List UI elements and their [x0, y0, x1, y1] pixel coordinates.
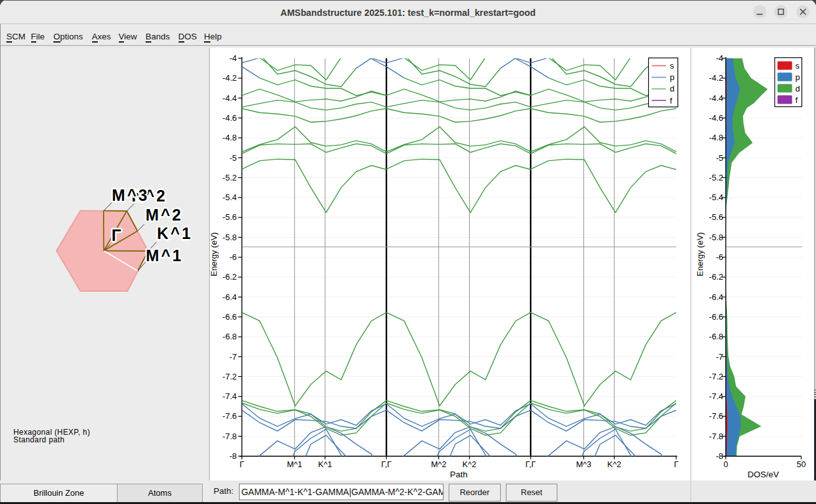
svg-text:-6: -6 [716, 252, 723, 262]
svg-text:-6.6: -6.6 [222, 312, 236, 322]
svg-text:p: p [670, 72, 674, 82]
svg-text:-6.2: -6.2 [222, 272, 236, 282]
svg-text:-6.4: -6.4 [709, 292, 723, 302]
svg-text:f: f [670, 96, 672, 106]
svg-text:d: d [796, 84, 800, 93]
svg-text:-6.8: -6.8 [222, 332, 236, 341]
svg-text:-4.6: -4.6 [709, 113, 723, 123]
svg-text:-5: -5 [229, 153, 237, 163]
svg-text:Standard path: Standard path [13, 435, 65, 444]
svg-text:-5.6: -5.6 [222, 212, 236, 222]
svg-text:-6: -6 [229, 252, 237, 262]
svg-text:DOS/eV: DOS/eV [747, 470, 779, 479]
svg-text:-7.6: -7.6 [222, 411, 236, 421]
svg-text:M^1: M^1 [146, 247, 184, 264]
svg-text:-4.4: -4.4 [709, 93, 723, 103]
svg-text:f: f [796, 95, 798, 105]
svg-text:-5.4: -5.4 [222, 193, 236, 202]
svg-text:-5.2: -5.2 [222, 173, 236, 182]
svg-text:M^2: M^2 [431, 460, 446, 469]
svg-text:-7.4: -7.4 [709, 392, 723, 401]
svg-text:-4.2: -4.2 [709, 73, 723, 83]
svg-text:-8: -8 [716, 451, 723, 461]
svg-text:-4: -4 [229, 53, 237, 63]
svg-text:0: 0 [723, 460, 728, 469]
svg-text:-5.8: -5.8 [709, 233, 723, 242]
svg-text:p: p [796, 72, 800, 82]
svg-text:-5: -5 [716, 153, 723, 163]
svg-text:d: d [670, 84, 674, 93]
svg-text:M^3: M^3 [112, 186, 149, 204]
svg-text:Γ: Γ [674, 460, 678, 469]
svg-text:-6.2: -6.2 [709, 272, 723, 282]
svg-text:-7: -7 [716, 352, 723, 362]
svg-text:-6.8: -6.8 [709, 332, 723, 341]
svg-text:50: 50 [797, 460, 806, 469]
svg-text:K^2: K^2 [463, 460, 477, 469]
svg-text:M^3: M^3 [576, 460, 591, 469]
svg-text:-7.8: -7.8 [222, 432, 236, 441]
svg-text:Γ: Γ [240, 460, 244, 469]
svg-text:-4.8: -4.8 [222, 133, 236, 142]
svg-text:Path: Path [450, 470, 468, 479]
svg-text:-4.2: -4.2 [222, 73, 236, 83]
svg-text:-7.8: -7.8 [709, 432, 723, 441]
svg-text:-6.6: -6.6 [709, 312, 723, 322]
svg-text:-5.8: -5.8 [222, 233, 236, 242]
svg-text:-7: -7 [229, 352, 237, 362]
svg-text:s: s [796, 61, 800, 71]
svg-text:K^1: K^1 [318, 460, 332, 469]
svg-text:-6.4: -6.4 [222, 292, 236, 302]
svg-text:-5.2: -5.2 [709, 173, 723, 182]
svg-text:Γ,Γ: Γ,Γ [526, 460, 536, 469]
svg-text:K^2: K^2 [607, 460, 621, 469]
svg-text:K^1: K^1 [157, 224, 193, 242]
svg-text:-4.8: -4.8 [709, 133, 723, 142]
svg-text:-8: -8 [229, 451, 237, 461]
svg-text:M^2: M^2 [146, 206, 183, 224]
svg-text:-5.6: -5.6 [709, 212, 723, 222]
svg-text:s: s [670, 61, 674, 71]
svg-text:-4.6: -4.6 [222, 113, 236, 123]
svg-text:-7.2: -7.2 [222, 372, 236, 381]
svg-text:-7.2: -7.2 [709, 372, 723, 381]
svg-text:Γ,Γ: Γ,Γ [381, 460, 392, 469]
svg-text:-5.4: -5.4 [709, 193, 723, 202]
svg-text:-4.4: -4.4 [222, 93, 236, 103]
svg-text:-7.6: -7.6 [709, 411, 723, 421]
svg-text:-7.4: -7.4 [222, 392, 236, 401]
svg-text:Energy (eV): Energy (eV) [209, 232, 219, 276]
svg-text:Γ: Γ [112, 226, 123, 244]
svg-text:Energy (eV): Energy (eV) [695, 232, 705, 276]
svg-text:M^1: M^1 [287, 460, 302, 469]
svg-text:-4: -4 [716, 53, 723, 63]
